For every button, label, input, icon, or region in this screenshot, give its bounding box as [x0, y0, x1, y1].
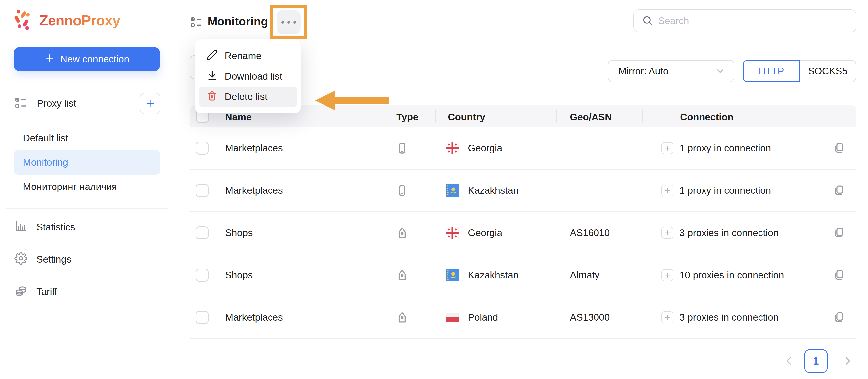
row-connection: 10 proxies in connection: [679, 270, 784, 280]
tariff-icon: [14, 284, 27, 300]
sidebar-nav-item[interactable]: Statistics: [14, 211, 160, 243]
sidebar-divider: [6, 208, 168, 209]
table-row: Shops: [190, 212, 856, 254]
row-name: Marketplaces: [225, 143, 283, 154]
table-row: Marketplaces: [190, 127, 856, 170]
sidebar-list-item[interactable]: Мониторинг наличия: [14, 175, 160, 199]
add-proxy-button[interactable]: [661, 311, 673, 323]
row-name: Marketplaces: [225, 185, 283, 196]
column-header-connection: Connection: [680, 112, 733, 123]
row-geo-asn: AS13000: [570, 312, 610, 323]
sidebar-list-item-label: Мониторинг наличия: [23, 181, 117, 192]
plus-icon: [664, 144, 671, 152]
plus-icon: [145, 99, 155, 108]
trash-icon: [206, 90, 218, 104]
row-country: Georgia: [468, 227, 502, 238]
row-country: Poland: [468, 312, 498, 323]
sidebar-nav-item[interactable]: Tariff: [14, 276, 160, 308]
copy-icon[interactable]: [833, 311, 846, 324]
table-row: Marketplaces: [190, 297, 856, 339]
row-country: Georgia: [468, 143, 502, 154]
sidebar-nav-item[interactable]: Settings: [14, 243, 160, 276]
add-list-button[interactable]: [140, 93, 160, 114]
sidebar-nav-item-label: Settings: [36, 254, 71, 265]
copy-icon[interactable]: [833, 226, 846, 239]
flag-kazakhstan: [446, 269, 459, 281]
annotation-highlight-box: [270, 5, 307, 39]
proxy-list-section: Proxy list: [14, 93, 160, 114]
flag-georgia: [446, 142, 459, 154]
row-checkbox[interactable]: [195, 226, 209, 239]
search-icon: [642, 15, 653, 27]
pagination-next-icon[interactable]: [842, 355, 853, 367]
sidebar-list-item-label: Default list: [23, 133, 68, 143]
row-checkbox[interactable]: [195, 269, 209, 281]
menu-item[interactable]: Delete list: [198, 87, 297, 107]
download-icon: [206, 70, 218, 83]
statistics-icon: [14, 219, 27, 235]
plus-icon: [664, 314, 671, 321]
row-checkbox[interactable]: [195, 184, 209, 197]
flag-kazakhstan: [446, 184, 459, 197]
plus-icon: [664, 229, 671, 237]
sidebar-list-item[interactable]: Monitoring: [14, 150, 160, 175]
table-row: Marketplaces: [190, 170, 856, 212]
row-geo-asn: AS16010: [570, 227, 610, 238]
copy-icon[interactable]: [833, 269, 846, 281]
sidebar-nav: Statistics Settings: [14, 211, 160, 308]
brand-name: ZennoProxy: [39, 12, 120, 29]
row-name: Shops: [225, 270, 253, 280]
row-connection: 3 proxies in connection: [679, 312, 779, 323]
list-actions-menu: Rename Download list: [195, 39, 301, 113]
row-country: Kazakhstan: [468, 185, 519, 196]
home-icon: [396, 226, 409, 239]
sidebar-list-item[interactable]: Default list: [14, 126, 160, 150]
table-row: Shops: [190, 254, 856, 297]
search-box: [633, 9, 856, 32]
copy-icon[interactable]: [833, 142, 846, 155]
flag-georgia: [446, 227, 459, 239]
proxy-table: Name Type Country Geo/ASN Connection Mar…: [190, 105, 856, 339]
column-divider: [642, 109, 643, 123]
column-header-country: Country: [448, 112, 485, 123]
new-connection-button[interactable]: New connection: [14, 47, 160, 71]
row-connection: 3 proxies in connection: [679, 227, 779, 238]
plus-icon: [44, 53, 54, 65]
sidebar-nav-item-label: Tariff: [36, 286, 57, 297]
proxy-list-icon: [14, 96, 28, 111]
menu-item[interactable]: Download list: [198, 66, 297, 87]
add-proxy-button[interactable]: [661, 227, 673, 239]
mirror-select[interactable]: Mirror: Auto: [608, 60, 734, 82]
row-checkbox[interactable]: [195, 311, 209, 324]
protocol-button[interactable]: HTTP: [743, 60, 800, 82]
pencil-icon: [206, 49, 218, 63]
row-name: Marketplaces: [225, 312, 283, 323]
menu-item-label: Delete list: [225, 91, 267, 102]
home-icon: [396, 269, 409, 281]
table-body: Marketplaces: [190, 127, 856, 339]
row-country: Kazakhstan: [468, 270, 519, 280]
add-proxy-button[interactable]: [661, 142, 673, 154]
flag-poland: [446, 311, 459, 323]
row-checkbox[interactable]: [195, 142, 209, 155]
add-proxy-button[interactable]: [661, 184, 673, 197]
chevron-down-icon: [715, 66, 725, 76]
add-proxy-button[interactable]: [661, 269, 673, 281]
protocol-button[interactable]: SOCKS5: [800, 60, 856, 82]
menu-item-label: Download list: [225, 71, 282, 82]
column-divider: [556, 109, 557, 123]
search-input[interactable]: [658, 15, 848, 26]
row-geo-asn: Almaty: [570, 270, 599, 280]
list-title-icon: [190, 16, 203, 30]
row-name: Shops: [225, 227, 253, 238]
row-connection: 1 proxy in connection: [679, 185, 771, 196]
copy-icon[interactable]: [833, 184, 846, 197]
column-divider: [435, 109, 436, 123]
page-title: Monitoring: [208, 14, 268, 28]
proxy-list-label: Proxy list: [37, 98, 76, 109]
menu-item[interactable]: Rename: [198, 46, 297, 66]
pagination-prev-icon[interactable]: [783, 355, 794, 367]
sidebar: ZennoProxy New connection Proxy list: [0, 0, 174, 379]
pagination-page-1[interactable]: 1: [804, 349, 828, 373]
phone-icon: [396, 142, 409, 155]
